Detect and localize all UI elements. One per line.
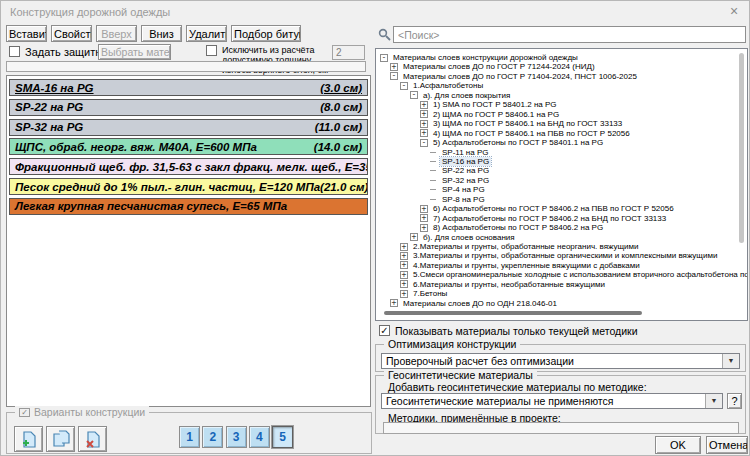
collapse-icon[interactable]: - bbox=[390, 72, 398, 80]
optimization-select[interactable]: Проверочный расчет без оптимизации ▼ bbox=[381, 353, 740, 369]
tree-item[interactable]: SP-4 на PG bbox=[430, 185, 487, 194]
tree-item[interactable]: +3) ЩМА по ГОСТ Р 58406.1 на БНД по ГОСТ… bbox=[420, 119, 624, 128]
tree-item[interactable]: +6.Материалы и грунты, необработанные вя… bbox=[400, 280, 607, 289]
filter-methodology-checkbox-box[interactable]: ✓ bbox=[379, 325, 390, 336]
add-variant-button[interactable] bbox=[14, 426, 43, 452]
tree-item[interactable]: -Материалы слоев ДО по ГОСТ Р 71404-2024… bbox=[390, 72, 639, 81]
layer-row[interactable]: SP-32 на PG(11.0 см) bbox=[9, 119, 368, 136]
layer-row[interactable]: Фракционный щеб. фр. 31,5-63 с закл фрак… bbox=[9, 158, 368, 175]
optimization-dropdown-icon[interactable]: ▼ bbox=[722, 354, 739, 368]
ok-button[interactable]: OK bbox=[655, 436, 701, 454]
tree-item[interactable]: SP-8 на PG bbox=[430, 195, 487, 204]
tree-item[interactable]: +5.Смеси органоминеральные холодные с ис… bbox=[400, 270, 748, 279]
move-up-button[interactable]: Вверх bbox=[96, 25, 137, 42]
tree-item[interactable]: -1.Асфальтобетоны bbox=[400, 81, 485, 90]
delete-variant-button[interactable] bbox=[78, 426, 107, 452]
exclude-wear-checkbox-box[interactable] bbox=[206, 45, 217, 56]
tree-item[interactable]: +7.Бетоны bbox=[400, 289, 449, 298]
tree-item-label: 2) ЩМА по ГОСТ Р 58406.1 на PG bbox=[431, 110, 561, 119]
geosynthetics-dropdown-icon[interactable]: ▼ bbox=[705, 394, 722, 408]
expand-icon[interactable]: + bbox=[420, 224, 428, 232]
expand-icon[interactable]: + bbox=[390, 63, 398, 71]
expand-icon[interactable]: + bbox=[410, 233, 418, 241]
layer-row[interactable]: Песок средний до 1% пыл.- глин. частиц, … bbox=[9, 178, 368, 195]
materials-tree[interactable]: -Материалы слоев конструкции дорожной од… bbox=[375, 48, 748, 321]
bitumen-pg-button[interactable]: Подбор битума PG bbox=[231, 25, 301, 42]
tree-item[interactable]: +Материалы слоев ДО по ГОСТ Р 71244-2024… bbox=[390, 62, 597, 71]
layers-list[interactable]: SMA-16 на PG(3.0 см)SP-22 на PG(8.0 см)S… bbox=[6, 75, 371, 407]
expand-icon[interactable]: + bbox=[420, 205, 428, 213]
tree-item[interactable]: +б). Для слоев основания bbox=[410, 233, 517, 242]
tree-item-label: 4.Материалы и грунты, укрепленные вяжущи… bbox=[411, 261, 642, 270]
tree-item[interactable]: +4.Материалы и грунты, укрепленные вяжущ… bbox=[400, 261, 642, 270]
tree-item[interactable]: +3.Материалы и грунты, обработанные орга… bbox=[400, 251, 719, 260]
expand-icon[interactable]: + bbox=[400, 280, 408, 288]
layer-thickness: (3.0 см) bbox=[320, 82, 362, 94]
expand-icon[interactable]: + bbox=[420, 120, 428, 128]
geosynthetics-select[interactable]: Геосинтетические материалы не применяютс… bbox=[381, 393, 723, 409]
layer-name: Легкая крупная песчанистая супесь, Е=65 … bbox=[15, 200, 287, 212]
tree-item[interactable]: +8) Асфальтобетоны по ГОСТ Р 58406.2 на … bbox=[420, 223, 605, 232]
expand-icon[interactable]: + bbox=[400, 290, 408, 298]
protective-layer-checkbox-box[interactable] bbox=[9, 46, 20, 57]
tree-item-label: SP-22 на PG bbox=[440, 166, 491, 175]
delete-button[interactable]: Удалить bbox=[186, 25, 227, 42]
tree-item-label: 5.Смеси органоминеральные холодные с исп… bbox=[411, 270, 748, 279]
collapse-icon[interactable]: - bbox=[380, 54, 388, 62]
cancel-button[interactable]: Отмена bbox=[706, 436, 748, 454]
expand-icon[interactable]: + bbox=[400, 243, 408, 251]
collapse-icon[interactable]: - bbox=[410, 91, 418, 99]
tree-item[interactable]: SP-16 на PG bbox=[430, 157, 491, 166]
expand-icon[interactable]: + bbox=[420, 214, 428, 222]
layer-row[interactable]: SMA-16 на PG(3.0 см) bbox=[9, 79, 368, 96]
variant-button-3[interactable]: 3 bbox=[226, 426, 247, 448]
tree-item[interactable]: +4) ЩМА по ГОСТ Р 58406.1 на ПБВ по ГОСТ… bbox=[420, 129, 632, 138]
tree-horizontal-scrollbar[interactable] bbox=[384, 311, 642, 315]
expand-icon[interactable]: + bbox=[400, 252, 408, 260]
tree-leaf-connector bbox=[430, 152, 436, 153]
tree-item[interactable]: +1) SMA по ГОСТ Р 58401.2 на PG bbox=[420, 100, 559, 109]
expand-icon[interactable]: + bbox=[400, 271, 408, 279]
expand-icon[interactable]: + bbox=[390, 299, 398, 307]
expand-icon[interactable]: + bbox=[420, 110, 428, 118]
tree-item[interactable]: +6) Асфальтобетоны по ГОСТ Р 58406.2 на … bbox=[420, 204, 676, 213]
tree-vertical-scrollbar[interactable] bbox=[739, 53, 744, 243]
methods-field[interactable] bbox=[383, 422, 739, 434]
properties-button[interactable]: Свойства bbox=[51, 25, 92, 42]
tree-item-label: SP-16 на PG bbox=[440, 157, 491, 166]
move-down-button[interactable]: Вниз bbox=[141, 25, 182, 42]
wear-thickness-input[interactable]: 2 bbox=[332, 45, 365, 60]
tree-item[interactable]: SP-32 на PG bbox=[430, 176, 491, 185]
variant-button-5[interactable]: 5 bbox=[272, 426, 293, 448]
tree-item[interactable]: +2) ЩМА по ГОСТ Р 58406.1 на PG bbox=[420, 110, 561, 119]
variant-button-1[interactable]: 1 bbox=[179, 426, 200, 448]
expand-icon[interactable]: + bbox=[420, 129, 428, 137]
select-material-button[interactable]: Выбрать материал bbox=[98, 44, 171, 60]
tree-item-label: 7.Бетоны bbox=[411, 289, 449, 298]
search-input[interactable] bbox=[393, 26, 746, 43]
tree-item[interactable]: -а). Для слоев покрытия bbox=[410, 91, 512, 100]
layer-row[interactable]: Легкая крупная песчанистая супесь, Е=65 … bbox=[9, 198, 368, 215]
collapse-icon[interactable]: - bbox=[420, 139, 428, 147]
layer-row[interactable]: SP-22 на PG(8.0 см) bbox=[9, 99, 368, 116]
expand-icon[interactable]: + bbox=[420, 101, 428, 109]
tree-item[interactable]: SP-11 на PG bbox=[430, 148, 491, 157]
collapse-icon[interactable]: - bbox=[400, 82, 408, 90]
tree-item[interactable]: -Материалы слоев конструкции дорожной од… bbox=[380, 53, 580, 62]
layer-row[interactable]: ЩПС, обраб. неорг. вяж. М40А, Е=600 МПа(… bbox=[9, 138, 368, 155]
variant-button-4[interactable]: 4 bbox=[249, 426, 270, 448]
tree-item[interactable]: +2.Материалы и грунты, обработанные неор… bbox=[400, 242, 640, 251]
tree-item-label: 1.Асфальтобетоны bbox=[411, 81, 485, 90]
filter-methodology-checkbox[interactable]: ✓ Показывать материалы только текущей ме… bbox=[379, 325, 638, 337]
close-icon[interactable]: × bbox=[723, 3, 745, 21]
tree-item[interactable]: -5) Асфальтобетоны по ГОСТ Р 58401.1 на … bbox=[420, 138, 605, 147]
variants-checkbox[interactable]: ✓ bbox=[19, 408, 30, 417]
geosynthetics-help-button[interactable]: ? bbox=[727, 393, 742, 409]
tree-item[interactable]: +Материалы слоев ДО по ОДН 218.046-01 bbox=[390, 299, 559, 308]
variant-button-2[interactable]: 2 bbox=[202, 426, 223, 448]
copy-variant-button[interactable] bbox=[46, 426, 75, 452]
insert-button[interactable]: Вставить bbox=[6, 25, 47, 42]
expand-icon[interactable]: + bbox=[400, 261, 408, 269]
tree-item[interactable]: +7) Асфальтобетоны по ГОСТ Р 58406.2 на … bbox=[420, 214, 668, 223]
tree-item[interactable]: SP-22 на PG bbox=[430, 166, 491, 175]
